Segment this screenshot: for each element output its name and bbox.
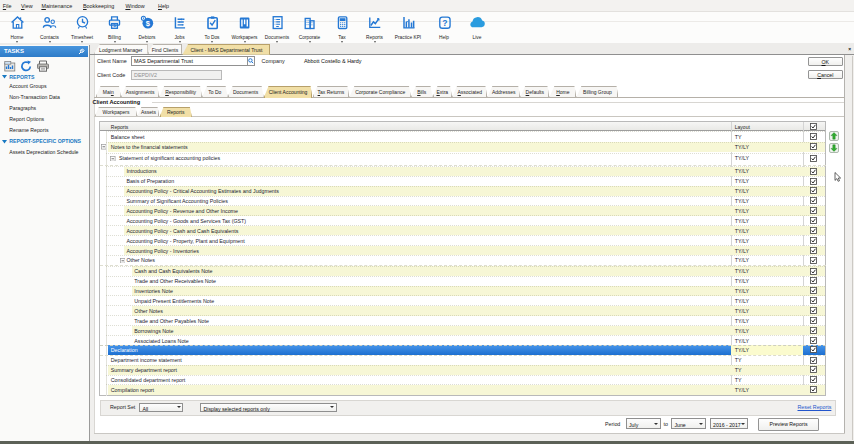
svg-text:$: $ <box>113 24 116 29</box>
svg-text:?: ? <box>442 18 447 28</box>
